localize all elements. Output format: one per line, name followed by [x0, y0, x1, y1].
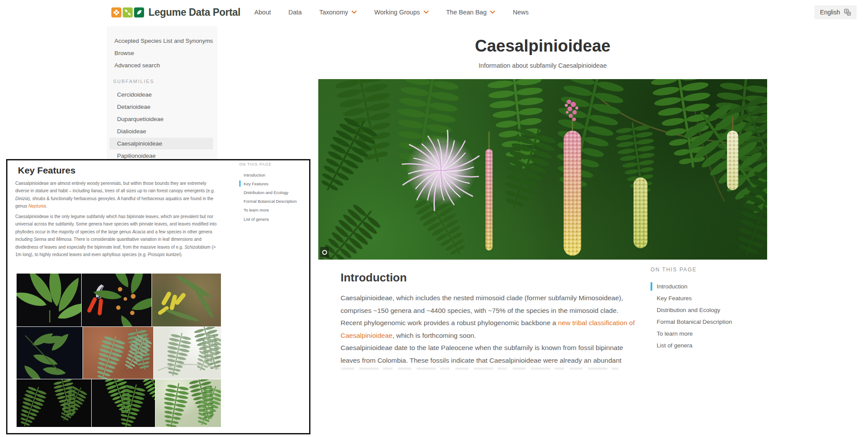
leaf-collage-image — [17, 274, 221, 427]
introduction-paragraph-1: Caesalpinioideae, which includes the nes… — [341, 292, 641, 342]
pruning-shears-icon — [86, 283, 109, 316]
pompom-flower — [402, 130, 479, 211]
toc-formal-description[interactable]: Formal Botanical Description — [651, 316, 747, 328]
introduction-paragraph-2: Caesalpinioideae date to the late Paleoc… — [341, 342, 641, 367]
toc-to-learn-more[interactable]: To learn more — [239, 206, 309, 215]
sidebar-item-dialioideae[interactable]: Dialioideae — [110, 125, 213, 137]
nav-news[interactable]: News — [513, 9, 528, 16]
toc-key-features[interactable]: Key Features — [651, 292, 747, 304]
toc-formal-description[interactable]: Formal Botanical Description — [239, 197, 309, 206]
translate-icon — [844, 9, 851, 16]
toc-list-of-genera[interactable]: List of genera — [239, 215, 309, 223]
hero-image — [318, 79, 767, 260]
nav-working-groups[interactable]: Working Groups — [374, 9, 429, 16]
collage-photo-dark-pinnate — [17, 327, 83, 379]
brand-name: Legume Data Portal — [148, 7, 241, 18]
nav-the-bean-bag[interactable]: The Bean Bag — [446, 9, 496, 16]
collage-photo-fern-on-rock — [83, 327, 153, 379]
collage-photo-dark-ferns-1 — [17, 379, 91, 427]
chevron-down-icon — [351, 10, 357, 14]
top-navigation-bar: Legume Data Portal About Data Taxonomy W… — [0, 0, 868, 24]
toc-introduction[interactable]: Introduction — [651, 281, 747, 292]
collage-photo-yellow-spikes — [152, 274, 221, 326]
key-features-paragraph-1: Caesalpinioideae are almost entirely woo… — [15, 180, 221, 210]
collage-photo-light-ferns — [155, 379, 221, 427]
toc-list-of-genera[interactable]: List of genera — [651, 340, 747, 351]
main-nav: About Data Taxonomy Working Groups The B… — [255, 9, 529, 16]
on-this-page-label: ON THIS PAGE — [651, 267, 747, 273]
site-logo[interactable]: Legume Data Portal — [111, 7, 241, 18]
logo-squares-icon — [111, 7, 144, 17]
sidebar-item-detarioideae[interactable]: Detarioideae — [110, 101, 213, 113]
page-title: Caesalpinioideae — [318, 37, 767, 55]
chevron-down-icon — [424, 10, 429, 14]
collage-photo-dark-ferns-2 — [92, 379, 155, 427]
collage-photo-shears-and-flowers — [82, 274, 152, 326]
on-this-page-nav: ON THIS PAGE Introduction Key Features D… — [651, 267, 747, 351]
hero-illustration — [318, 79, 767, 260]
toc-key-features[interactable]: Key Features — [239, 179, 309, 188]
introduction-heading: Introduction — [341, 271, 407, 284]
language-label: English — [820, 9, 840, 16]
sidebar-item-cercidoideae[interactable]: Cercidoideae — [110, 89, 213, 101]
clipped-text-line — [341, 368, 619, 370]
on-this-page-nav-inset: ON THIS PAGE Introduction Key Features D… — [239, 162, 309, 223]
page-subtitle: Information about subfamily Caesalpinioi… — [318, 62, 767, 69]
sidebar-item-browse[interactable]: Browse — [107, 47, 217, 59]
collage-photo-pinnate-leaves — [17, 274, 81, 326]
key-features-paragraph-2: Caesalpinioideae is the only legume subf… — [15, 213, 221, 258]
nav-about[interactable]: About — [255, 9, 271, 16]
collage-photo-silvery-fronds — [154, 327, 221, 379]
toc-distribution-ecology[interactable]: Distribution and Ecology — [239, 188, 309, 197]
nav-taxonomy[interactable]: Taxonomy — [319, 9, 357, 16]
image-attribution-badge[interactable] — [320, 247, 329, 257]
neptunia-link[interactable]: Neptunia — [28, 204, 46, 208]
toc-introduction[interactable]: Introduction — [239, 170, 309, 179]
sidebar-section-subfamilies: SUBFAMILIES — [107, 72, 217, 88]
toc-to-learn-more[interactable]: To learn more — [651, 328, 747, 340]
chevron-down-icon — [490, 10, 495, 14]
sidebar-item-accepted-species[interactable]: Accepted Species List and Synonyms — [107, 35, 217, 47]
key-features-heading: Key Features — [18, 165, 76, 176]
sidebar-item-advanced-search[interactable]: Advanced search — [107, 59, 217, 71]
sidebar-item-duparquetioideae[interactable]: Duparquetioideae — [110, 113, 213, 125]
nav-data[interactable]: Data — [289, 9, 302, 16]
key-features-zoom-overlay: Key Features Caesalpinioideae are almost… — [6, 159, 310, 434]
on-this-page-label: ON THIS PAGE — [239, 162, 309, 166]
language-selector-button[interactable]: English — [814, 5, 857, 19]
sidebar-item-caesalpinioideae[interactable]: Caesalpinioideae — [110, 138, 213, 149]
toc-distribution-ecology[interactable]: Distribution and Ecology — [651, 304, 747, 316]
info-circle-icon — [322, 250, 327, 255]
